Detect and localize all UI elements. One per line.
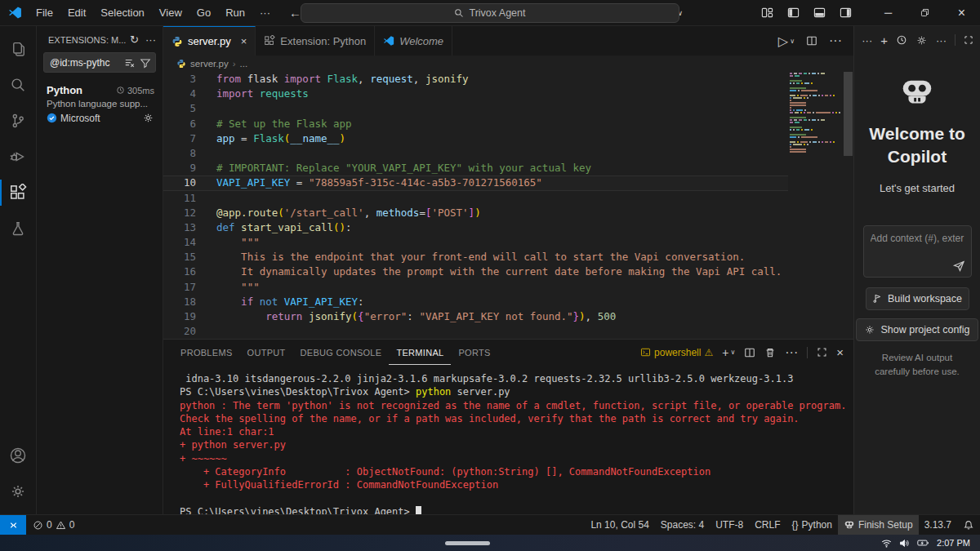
show-project-config-button[interactable]: Show project config: [856, 318, 978, 341]
run-debug-icon[interactable]: [0, 139, 37, 175]
chat-history-icon[interactable]: [896, 34, 907, 46]
menu-run[interactable]: Run: [218, 1, 252, 25]
extensions-view-icon[interactable]: [0, 175, 37, 211]
more-actions-icon[interactable]: ···: [785, 345, 798, 360]
tab-extension-python[interactable]: Extension: Python: [256, 26, 375, 56]
maximize-panel-icon[interactable]: [817, 347, 827, 358]
minimap[interactable]: [790, 73, 842, 153]
code-line: 4import requests: [163, 87, 788, 101]
clock[interactable]: 2:07 PM: [937, 538, 970, 548]
tab-server-py[interactable]: server.py ×: [163, 26, 256, 56]
search-view-icon[interactable]: [0, 67, 37, 103]
clear-filter-icon[interactable]: [124, 57, 136, 69]
more-actions-icon[interactable]: ···: [145, 33, 156, 46]
encoding[interactable]: UTF-8: [710, 515, 749, 535]
menu-more[interactable]: ···: [252, 1, 278, 25]
errors-icon: [33, 520, 43, 531]
toggle-panel-icon[interactable]: [813, 7, 826, 19]
wifi-icon[interactable]: [881, 538, 892, 549]
breadcrumb-file[interactable]: server.py: [190, 59, 229, 69]
new-chat-icon[interactable]: +: [880, 33, 888, 47]
send-icon[interactable]: [952, 259, 965, 272]
panel-tab-problems[interactable]: PROBLEMS: [173, 340, 240, 365]
split-terminal-icon[interactable]: [744, 347, 755, 358]
command-center-search[interactable]: Trivox Agent: [301, 3, 679, 23]
line-number: 15: [163, 250, 196, 264]
indentation[interactable]: Spaces: 4: [655, 515, 710, 535]
terminal-instance-powershell[interactable]: powershell ⚠: [640, 347, 713, 358]
code-editor[interactable]: 3from flask import Flask, request, jsoni…: [163, 71, 853, 339]
panel-tab-terminal[interactable]: TERMINAL: [389, 340, 451, 365]
tab-label: Extension: Python: [280, 35, 366, 47]
code-text: import requests: [196, 87, 309, 101]
language-mode[interactable]: {} Python: [786, 515, 838, 535]
line-number: 16: [163, 264, 196, 279]
close-tab-icon[interactable]: ×: [241, 35, 247, 47]
menu-view[interactable]: View: [152, 1, 189, 25]
menu-go[interactable]: Go: [189, 1, 218, 25]
accounts-icon[interactable]: [0, 438, 37, 473]
run-python-file-button[interactable]: ▷ ∨: [778, 33, 795, 49]
breadcrumb[interactable]: server.py › ...: [163, 56, 853, 71]
back-arrow-icon[interactable]: ←: [289, 6, 301, 20]
toggle-sidebar-icon[interactable]: [787, 7, 800, 19]
minimap-row: [790, 102, 842, 104]
filter-icon[interactable]: [140, 57, 151, 69]
minimap-row: [790, 117, 842, 118]
minimap-row: [790, 73, 842, 74]
configure-chat-icon[interactable]: [915, 34, 928, 47]
menu-edit[interactable]: Edit: [60, 1, 93, 25]
panel-tab-ports[interactable]: PORTS: [451, 340, 497, 365]
new-terminal-button[interactable]: + ∨: [722, 346, 735, 359]
settings-gear-icon[interactable]: [0, 473, 37, 509]
extensions-search-input[interactable]: @id:ms-pythc: [43, 52, 156, 73]
taskbar-app-indicator[interactable]: [445, 541, 490, 545]
kill-terminal-icon[interactable]: [764, 347, 776, 358]
minimap-row: [790, 85, 842, 87]
panel-tab-output[interactable]: OUTPUT: [240, 340, 293, 365]
breadcrumb-more[interactable]: ...: [240, 59, 248, 69]
customize-layout-icon[interactable]: [761, 7, 773, 19]
warning-count: 0: [69, 519, 75, 531]
terminal-line: PS C:\Users\vines\Desktop\Trivox Agent>: [180, 505, 853, 514]
python-version[interactable]: 3.13.7: [919, 515, 957, 535]
refresh-icon[interactable]: ↻: [130, 33, 139, 46]
close-panel-icon[interactable]: ×: [836, 345, 844, 359]
more-actions-icon[interactable]: ···: [829, 33, 842, 48]
explorer-icon[interactable]: [0, 31, 37, 67]
close-window-button[interactable]: ×: [943, 0, 980, 25]
tab-label: server.py: [188, 35, 231, 47]
minimap-row: [790, 109, 842, 111]
maximize-chat-icon[interactable]: [964, 35, 973, 45]
minimize-button[interactable]: ─: [870, 0, 906, 25]
remote-indicator[interactable]: [0, 515, 26, 535]
terminal-output[interactable]: idna-3.10 itsdangerous-2.2.0 jinja2-3.1.…: [163, 365, 853, 514]
extension-list-item-python[interactable]: Python 305ms Python language supp... Mic…: [37, 79, 163, 129]
menu-file[interactable]: File: [29, 1, 60, 25]
editor-scrollbar[interactable]: [843, 71, 853, 339]
tab-welcome[interactable]: Welcome: [375, 26, 452, 56]
minimap-row: [790, 124, 842, 126]
more-actions-icon[interactable]: ···: [936, 34, 947, 47]
volume-icon[interactable]: [899, 538, 910, 549]
copilot-finish-setup[interactable]: Finish Setup: [838, 515, 919, 535]
menu-selection[interactable]: Selection: [93, 1, 151, 25]
minimap-row: [790, 112, 842, 113]
more-actions-icon[interactable]: ···: [862, 34, 872, 47]
restore-button[interactable]: [906, 0, 943, 25]
source-control-icon[interactable]: [0, 103, 37, 139]
notifications-bell[interactable]: [957, 515, 980, 535]
eol-sequence[interactable]: CRLF: [749, 515, 786, 535]
battery-icon[interactable]: [917, 538, 929, 548]
error-count: 0: [47, 519, 52, 531]
terminal-cursor: [416, 506, 421, 514]
toggle-secondary-sidebar-icon[interactable]: [840, 7, 852, 19]
extension-gear-icon[interactable]: [142, 112, 154, 124]
problems-status[interactable]: 0 0: [26, 519, 81, 531]
testing-icon[interactable]: [0, 211, 37, 247]
chat-input[interactable]: Add context (#), exter: [863, 225, 972, 278]
cursor-position[interactable]: Ln 10, Col 54: [585, 515, 654, 535]
split-editor-icon[interactable]: [806, 35, 817, 47]
build-workspace-button[interactable]: Build workspace: [866, 287, 969, 310]
panel-tab-debug-console[interactable]: DEBUG CONSOLE: [293, 340, 390, 365]
